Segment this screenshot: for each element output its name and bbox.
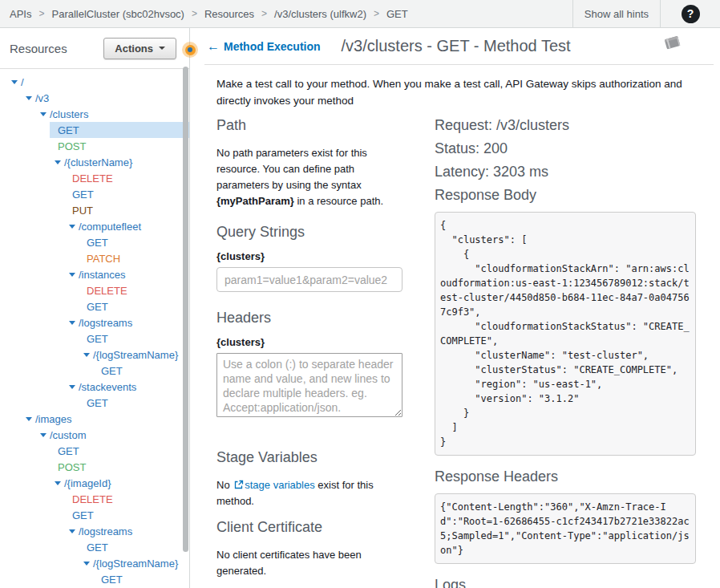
response-headers-heading: Response Headers [435, 468, 696, 485]
tree-method-get[interactable]: GET [0, 443, 189, 459]
hint-beacon-icon[interactable] [182, 42, 198, 58]
tree-resource-v3[interactable]: /v3 [0, 90, 189, 106]
expand-arrow-icon[interactable] [40, 112, 47, 116]
headers-heading: Headers [216, 310, 402, 326]
expand-arrow-icon[interactable] [83, 562, 90, 566]
breadcrumb-separator-icon: > [192, 8, 197, 19]
tree-resource-imageid[interactable]: /{imageId} [0, 475, 189, 491]
tree-resource-instances[interactable]: /instances [0, 266, 189, 282]
tree-method-get[interactable]: GET [0, 507, 189, 523]
tree-item-label: /instances [79, 269, 126, 281]
breadcrumb: APIs>ParallelCluster (sbc02hvsoc)>Resour… [0, 8, 572, 20]
tree-method-get[interactable]: GET [0, 186, 189, 202]
hint-beacon-dot [188, 47, 192, 52]
breadcrumb-item[interactable]: /v3/clusters (ulfkw2) [274, 8, 366, 20]
tree-item-label: GET [101, 574, 123, 586]
tree-resource-logstreams[interactable]: /logstreams [0, 523, 189, 539]
method-test-panel: ← Method Execution /v3/clusters - GET - … [191, 28, 720, 588]
tree-method-get[interactable]: GET [0, 539, 189, 555]
tree-resource-clustername[interactable]: /{clusterName} [0, 154, 189, 170]
help-button[interactable]: ? [661, 0, 720, 27]
path-param-syntax: {myPathParam} [216, 195, 294, 207]
tree-item-label: GET [87, 541, 108, 554]
tree-method-get[interactable]: GET [0, 363, 189, 379]
tree-method-get[interactable]: GET [0, 122, 189, 138]
method-execution-back-link[interactable]: ← Method Execution [207, 40, 321, 53]
tree-item-label: /v3 [35, 92, 49, 104]
stage-variables-description: No stage variables exist for this method… [216, 477, 402, 509]
tree-resource-logstreams[interactable]: /logstreams [0, 314, 189, 330]
expand-arrow-icon[interactable] [55, 481, 61, 485]
tree-resource-computefleet[interactable]: /computefleet [0, 218, 189, 234]
tree-item-label: GET [87, 333, 108, 345]
query-string-input[interactable] [216, 267, 402, 292]
expand-arrow-icon[interactable] [69, 321, 75, 325]
tree-item-label: /{imageId} [64, 477, 111, 489]
tree-method-get[interactable]: GET [0, 234, 189, 250]
page-title: /v3/clusters - GET - Method Test [342, 37, 571, 55]
tree-item-label: GET [72, 509, 94, 521]
headers-textarea[interactable] [216, 353, 402, 417]
tree-method-get[interactable]: GET [0, 330, 189, 347]
tree-item-label: /custom [50, 429, 87, 441]
status-line: Status: 200 [435, 140, 696, 157]
sidebar-header: Resources Actions [0, 28, 189, 69]
tree-item-label: PUT [72, 205, 93, 217]
sidebar-scrollbar-thumb[interactable] [183, 67, 188, 552]
tree-item-label: GET [87, 301, 108, 313]
stage-variables-text: No [216, 479, 233, 491]
tree-resource-logstreamname[interactable]: /{logStreamName} [0, 347, 189, 363]
response-body-code: { "clusters": [ { "cloudformationStackAr… [435, 212, 696, 456]
expand-arrow-icon[interactable] [26, 417, 32, 421]
expand-arrow-icon[interactable] [69, 225, 75, 229]
tree-method-post[interactable]: POST [0, 459, 189, 475]
tree-item-label: /{logStreamName} [93, 349, 178, 361]
breadcrumb-item[interactable]: ParallelCluster (sbc02hvsoc) [51, 8, 184, 20]
tree-method-get[interactable]: GET [0, 571, 189, 587]
expand-arrow-icon[interactable] [69, 385, 75, 389]
client-certificate-description: No client certificates have been generat… [216, 547, 402, 579]
tree-resource-clusters[interactable]: /clusters [0, 106, 189, 122]
tree-item-label: /computefleet [79, 221, 141, 233]
expand-arrow-icon[interactable] [40, 433, 47, 437]
back-arrow-icon: ← [207, 40, 220, 53]
tree-item-label: POST [58, 140, 86, 152]
tree-item-label: GET [58, 445, 79, 457]
show-all-hints-button[interactable]: Show all hints [572, 0, 661, 27]
tree-resource-[interactable]: / [0, 74, 189, 90]
tree-item-label: /images [35, 413, 72, 425]
request-line: Request: /v3/clusters [435, 117, 696, 134]
actions-dropdown-button[interactable]: Actions [103, 38, 176, 59]
top-navigation-bar: APIs>ParallelCluster (sbc02hvsoc)>Resour… [0, 0, 720, 28]
tree-method-put[interactable]: PUT [0, 202, 189, 218]
tree-method-post[interactable]: POST [0, 138, 189, 154]
tree-resource-stackevents[interactable]: /stackevents [0, 379, 189, 395]
expand-arrow-icon[interactable] [69, 529, 75, 533]
breadcrumb-item[interactable]: APIs [10, 8, 31, 20]
tree-method-get[interactable]: GET [0, 395, 189, 411]
tree-method-delete[interactable]: DELETE [0, 170, 189, 186]
tree-method-patch[interactable]: PATCH [0, 250, 189, 266]
tree-method-delete[interactable]: DELETE [0, 282, 189, 298]
logs-heading: Logs [435, 577, 696, 588]
tree-resource-logstreamname[interactable]: /{logStreamName} [0, 555, 189, 571]
stage-variables-link[interactable]: stage variables [245, 479, 314, 491]
stage-variables-heading: Stage Variables [216, 449, 402, 466]
tree-method-delete[interactable]: DELETE [0, 491, 189, 507]
expand-arrow-icon[interactable] [26, 96, 32, 100]
expand-arrow-icon[interactable] [69, 273, 75, 277]
tree-resource-images[interactable]: /images [0, 411, 189, 427]
chevron-down-icon [159, 47, 165, 50]
breadcrumb-item[interactable]: GET [386, 8, 408, 20]
latency-line: Latency: 3203 ms [435, 164, 696, 180]
expand-arrow-icon[interactable] [55, 160, 61, 164]
tree-item-label: PATCH [87, 253, 120, 265]
documentation-book-icon[interactable] [661, 33, 683, 52]
tree-item-label: GET [87, 397, 108, 409]
tree-item-label: GET [58, 124, 79, 136]
tree-resource-custom[interactable]: /custom [0, 427, 189, 443]
expand-arrow-icon[interactable] [83, 353, 90, 357]
expand-arrow-icon[interactable] [11, 80, 18, 84]
tree-method-get[interactable]: GET [0, 298, 189, 314]
breadcrumb-item[interactable]: Resources [204, 8, 254, 20]
